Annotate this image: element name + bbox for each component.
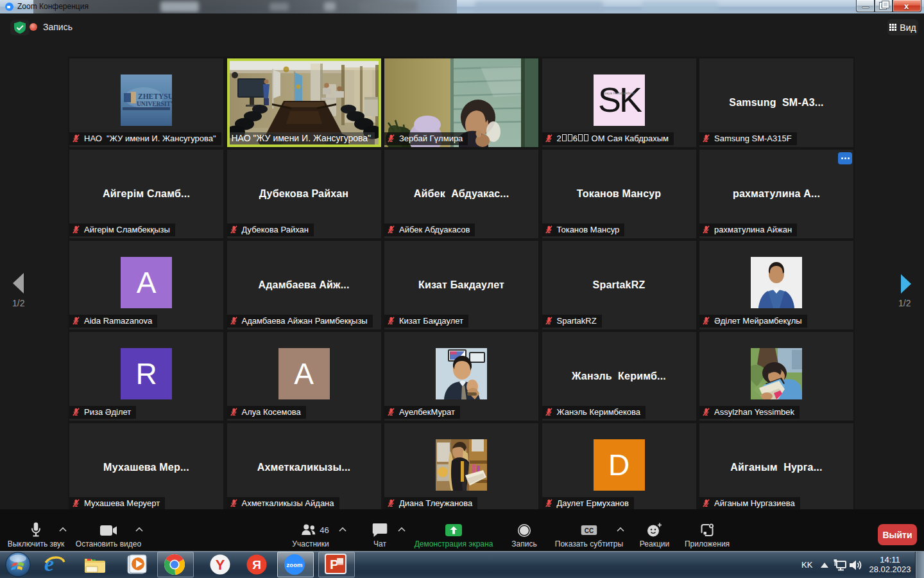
svg-text:CC: CC <box>585 527 594 534</box>
svg-text:zoom: zoom <box>287 561 303 568</box>
svg-text:Я: Я <box>252 558 261 572</box>
svg-text:e: e <box>44 553 54 575</box>
svg-text:Saya Kabdrakhym: Saya Kabdrakhym <box>603 91 635 95</box>
svg-text:Y: Y <box>216 557 225 573</box>
svg-text:ZHETYSU: ZHETYSU <box>138 92 172 100</box>
svg-text:SK: SK <box>597 80 642 119</box>
svg-text:UNIVERSITY: UNIVERSITY <box>137 101 172 107</box>
